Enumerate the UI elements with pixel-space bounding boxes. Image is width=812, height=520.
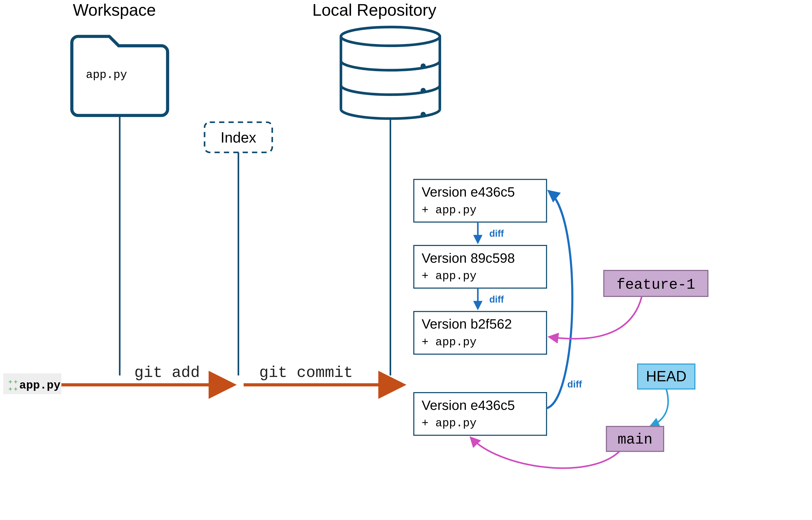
- commit-2: Version b2f562 + app.py: [414, 312, 546, 354]
- diff-label-01: diff: [489, 228, 504, 239]
- diff-arc-label: diff: [567, 379, 582, 390]
- svg-point-0: [341, 27, 440, 46]
- commit-0: Version e436c5 + app.py: [414, 179, 546, 222]
- svg-point-2: [421, 88, 426, 93]
- svg-point-3: [421, 112, 426, 117]
- head-label: HEAD: [646, 368, 686, 384]
- commit-1: Version 89c598 + app.py: [414, 245, 546, 288]
- main-branch-arrow: [471, 438, 619, 468]
- head-box: HEAD: [638, 364, 695, 389]
- index-box: Index: [204, 122, 272, 152]
- index-label: Index: [220, 129, 256, 146]
- feature-branch-arrow: [549, 296, 642, 339]
- commit-3-title: Version e436c5: [422, 397, 515, 413]
- feature-branch-box: feature-1: [604, 270, 708, 296]
- workspace-folder-file: app.py: [86, 69, 127, 81]
- diff-arc: [546, 191, 572, 408]
- commit-3-file: + app.py: [422, 417, 476, 430]
- feature-branch-label: feature-1: [617, 277, 695, 293]
- commit-0-file: + app.py: [422, 204, 476, 217]
- database-icon: [341, 27, 440, 119]
- workspace-folder-icon: app.py: [72, 36, 168, 115]
- changed-file-name: app.py: [19, 379, 60, 392]
- head-arrow: [650, 389, 668, 426]
- main-branch-box: main: [607, 426, 664, 451]
- svg-text:+ +: + +: [8, 378, 18, 386]
- git-commit-label: git commit: [259, 364, 353, 382]
- workspace-heading: Workspace: [73, 1, 156, 19]
- git-diagram: Workspace Local Repository app.py Index …: [0, 0, 812, 520]
- commit-1-title: Version 89c598: [422, 250, 515, 265]
- commit-0-title: Version e436c5: [422, 184, 515, 200]
- svg-text:+ +: + +: [8, 385, 18, 393]
- repository-heading: Local Repository: [312, 1, 437, 19]
- changed-file-chip: + + + + app.py: [3, 373, 61, 394]
- commit-2-file: + app.py: [422, 336, 476, 349]
- commit-1-file: + app.py: [422, 270, 476, 283]
- main-branch-label: main: [618, 432, 653, 448]
- commit-2-title: Version b2f562: [422, 316, 512, 331]
- commit-3: Version e436c5 + app.py: [414, 393, 546, 435]
- svg-point-1: [421, 63, 426, 69]
- git-add-label: git add: [134, 364, 200, 382]
- diff-label-12: diff: [489, 294, 504, 305]
